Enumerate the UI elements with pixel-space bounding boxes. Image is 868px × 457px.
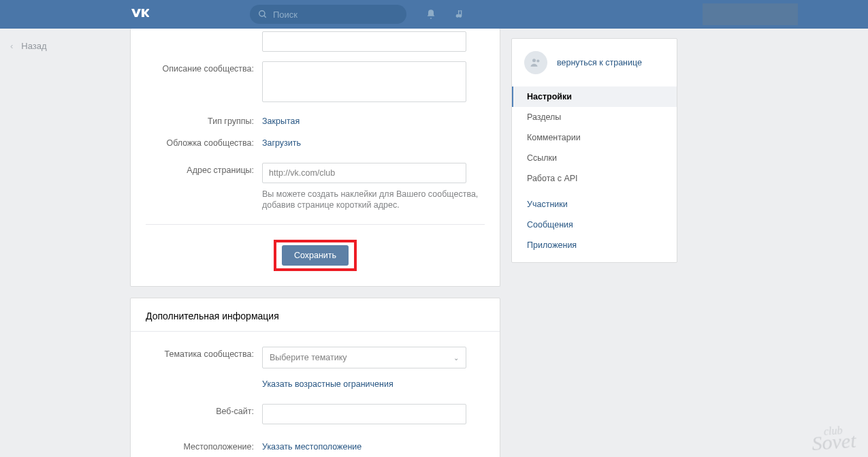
avatar-placeholder-icon — [524, 51, 547, 74]
music-icon[interactable] — [455, 9, 466, 20]
settings-panel: Описание сообщества: Тип группы: Закрыта… — [130, 29, 500, 287]
location-label: Местоположение: — [146, 439, 262, 452]
location-link[interactable]: Указать местоположение — [262, 439, 361, 452]
header — [0, 0, 868, 29]
tab-sections[interactable]: Разделы — [512, 107, 677, 127]
svg-point-0 — [259, 11, 265, 16]
subject-placeholder: Выберите тематику — [270, 353, 347, 362]
save-highlight: Сохранить — [274, 240, 357, 271]
tab-comments[interactable]: Комментарии — [512, 127, 677, 148]
extra-title: Дополнительная информация — [146, 298, 485, 331]
back-button[interactable]: ‹ Назад — [10, 41, 47, 51]
type-label: Тип группы: — [146, 114, 262, 126]
description-label: Описание сообщества: — [146, 61, 262, 74]
tab-links[interactable]: Ссылки — [512, 148, 677, 168]
link-apps[interactable]: Приложения — [512, 235, 677, 255]
search-box[interactable] — [250, 5, 406, 24]
svg-line-1 — [264, 16, 266, 18]
description-textarea[interactable] — [262, 61, 466, 102]
link-messages[interactable]: Сообщения — [512, 215, 677, 235]
cover-upload-link[interactable]: Загрузить — [262, 136, 301, 148]
chevron-down-icon: ⌄ — [453, 354, 459, 362]
address-input[interactable] — [262, 163, 466, 183]
chevron-left-icon: ‹ — [10, 41, 13, 51]
vk-logo[interactable] — [130, 9, 149, 20]
subject-label: Тематика сообщества: — [146, 347, 262, 359]
age-restrictions-link[interactable]: Указать возрастные ограничения — [262, 377, 393, 389]
search-input[interactable] — [273, 10, 398, 20]
tab-settings[interactable]: Настройки — [512, 86, 677, 107]
address-hint: Вы можете создать наклейки для Вашего со… — [262, 189, 485, 210]
address-label: Адрес страницы: — [146, 163, 262, 175]
bell-icon[interactable] — [425, 9, 436, 20]
search-icon — [258, 10, 268, 19]
link-members[interactable]: Участники — [512, 194, 677, 215]
save-button[interactable]: Сохранить — [282, 245, 349, 266]
name-input[interactable] — [262, 31, 466, 52]
back-label: Назад — [21, 41, 46, 51]
cover-label: Обложка сообщества: — [146, 136, 262, 148]
user-menu[interactable] — [703, 3, 798, 25]
right-panel: вернуться к странице Настройки Разделы К… — [511, 38, 677, 263]
website-input[interactable] — [262, 404, 466, 424]
return-to-page[interactable]: вернуться к странице — [512, 39, 677, 86]
return-label: вернуться к странице — [557, 58, 642, 67]
svg-point-10 — [532, 59, 536, 62]
svg-point-11 — [536, 59, 539, 62]
tab-api[interactable]: Работа с API — [512, 168, 677, 189]
website-label: Веб-сайт: — [146, 404, 262, 416]
hidden-label — [146, 31, 262, 34]
extra-info-panel: Дополнительная информация Тематика сообщ… — [130, 298, 500, 457]
type-value[interactable]: Закрытая — [262, 114, 300, 126]
subject-select[interactable]: Выберите тематику ⌄ — [262, 347, 466, 368]
